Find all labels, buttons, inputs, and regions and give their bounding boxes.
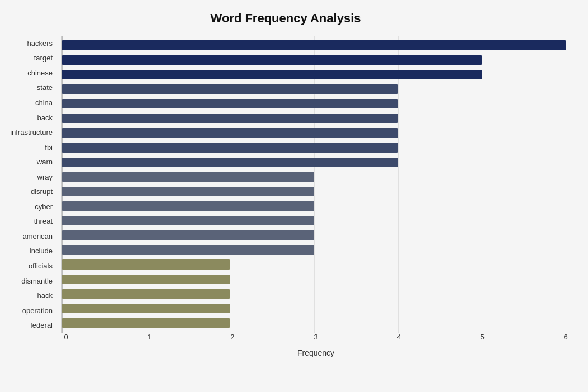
bar-include — [62, 245, 314, 254]
y-label-warn: warn — [37, 154, 57, 169]
y-label-wray: wray — [37, 169, 57, 185]
bar-disrupt — [62, 187, 314, 196]
y-label-threat: threat — [34, 214, 57, 229]
x-tick-6: 6 — [563, 333, 567, 341]
x-tick-3: 3 — [314, 333, 317, 341]
bar-row-wray — [62, 169, 566, 184]
bar-row-operation — [62, 301, 566, 316]
y-label-american: american — [23, 229, 57, 244]
y-label-back: back — [37, 110, 57, 125]
bar-row-warn — [62, 155, 566, 169]
bar-hackers — [62, 40, 566, 50]
bar-row-back — [62, 111, 566, 126]
y-label-dismantle: dismantle — [21, 273, 57, 289]
y-label-hack: hack — [37, 288, 57, 303]
bar-warn — [62, 158, 398, 167]
bar-federal — [62, 318, 230, 328]
bar-dismantle — [62, 275, 230, 284]
bar-fbi — [62, 143, 398, 152]
bar-row-cyber — [62, 199, 566, 214]
bar-officials — [62, 259, 230, 269]
bar-threat — [62, 216, 314, 225]
bar-row-infrastructure — [62, 126, 566, 140]
bar-state — [62, 84, 398, 94]
bar-target — [62, 55, 482, 65]
y-label-include: include — [30, 244, 57, 259]
y-label-federal: federal — [30, 318, 57, 333]
bar-row-officials — [62, 257, 566, 272]
bar-cyber — [62, 201, 314, 211]
bar-hack — [62, 289, 230, 299]
bar-row-chinese — [62, 67, 566, 82]
bar-wray — [62, 172, 314, 182]
x-tick-1: 1 — [147, 333, 151, 341]
y-label-infrastructure: infrastructure — [10, 125, 57, 140]
bar-row-american — [62, 228, 566, 243]
y-label-chinese: chinese — [27, 65, 57, 81]
x-tick-5: 5 — [480, 333, 484, 341]
y-label-officials: officials — [29, 258, 57, 273]
bar-infrastructure — [62, 128, 398, 138]
bar-row-threat — [62, 214, 566, 228]
bar-china — [62, 99, 398, 108]
bar-american — [62, 230, 314, 240]
x-tick-4: 4 — [397, 333, 401, 341]
bar-back — [62, 114, 398, 123]
y-label-state: state — [37, 81, 57, 96]
bar-row-hack — [62, 286, 566, 301]
y-label-operation: operation — [22, 303, 57, 318]
y-label-hackers: hackers — [27, 36, 57, 51]
y-label-cyber: cyber — [35, 199, 57, 214]
chart-container: Word Frequency Analysis hackerstargetchi… — [0, 0, 588, 392]
x-axis-title: Frequency — [66, 348, 566, 357]
grid-line-6 — [566, 36, 566, 333]
bar-row-dismantle — [62, 272, 566, 286]
x-tick-2: 2 — [230, 333, 234, 341]
y-label-disrupt: disrupt — [31, 184, 57, 199]
bar-row-china — [62, 97, 566, 111]
bar-row-federal — [62, 316, 566, 330]
x-tick-0: 0 — [64, 333, 68, 341]
chart-title: Word Frequency Analysis — [6, 11, 566, 26]
bar-row-hackers — [62, 38, 566, 53]
bar-row-include — [62, 243, 566, 257]
bar-operation — [62, 304, 230, 313]
bar-row-state — [62, 82, 566, 96]
y-label-china: china — [35, 95, 57, 110]
bars-area — [61, 36, 566, 333]
bar-chinese — [62, 70, 482, 79]
bar-row-fbi — [62, 140, 566, 155]
bar-row-target — [62, 53, 566, 67]
y-label-target: target — [34, 51, 57, 66]
bar-row-disrupt — [62, 184, 566, 199]
y-label-fbi: fbi — [45, 140, 57, 155]
y-axis: hackerstargetchinesestatechinabackinfras… — [6, 36, 61, 333]
